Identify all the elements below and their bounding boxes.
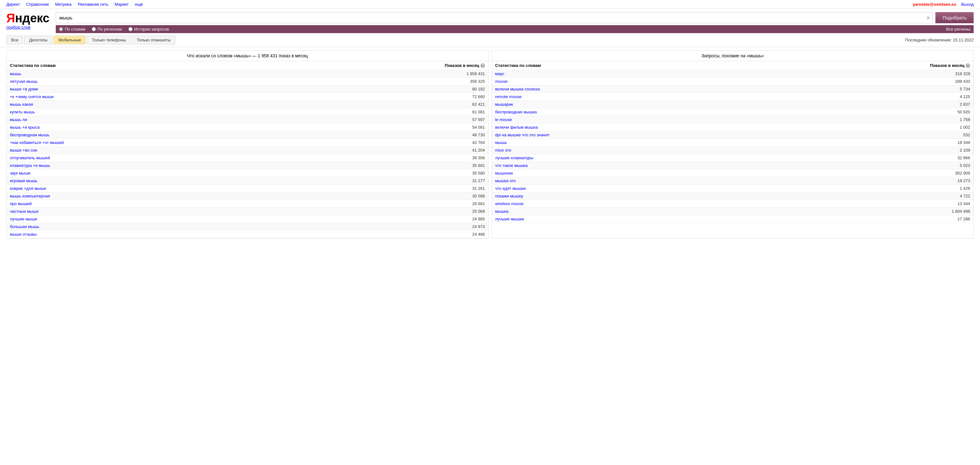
filter-history-radio[interactable] (128, 27, 132, 31)
filter-by-words[interactable]: По словам (59, 27, 85, 32)
tab-mobile[interactable]: Мобильные (54, 36, 86, 44)
tab-tablets[interactable]: Только планшеты (132, 36, 175, 44)
word-link[interactable]: +как избавиться +от мышей (10, 140, 64, 145)
table-row: +к +чему снятся мыши72 680 (7, 93, 488, 101)
word-link[interactable]: лучшие клавиатуры (495, 156, 533, 160)
tab-all[interactable]: Все (6, 36, 23, 44)
tab-phones[interactable]: Только телефоны (87, 36, 130, 44)
word-link[interactable]: мыша (495, 140, 507, 145)
count-value: 42 764 (472, 140, 485, 145)
word-link[interactable]: mouse (495, 79, 508, 84)
word-link[interactable]: летучая мышь (10, 79, 38, 84)
left-panel-title: Что искали со словом «мышь» — 1 958 431 … (7, 51, 488, 61)
logout-link[interactable]: Выход (961, 2, 974, 7)
word-link[interactable]: мыши +в доме (10, 87, 38, 91)
nav-more[interactable]: ещё (135, 2, 143, 7)
table-row: что едят мышки1 426 (492, 185, 973, 192)
word-link[interactable]: покажи мышку (495, 194, 523, 198)
word-link[interactable]: беспроводная мышка (495, 110, 537, 114)
filter-regions-radio[interactable] (92, 27, 96, 31)
count-value: 358 325 (470, 79, 485, 84)
word-link[interactable]: большая мышь (10, 224, 40, 229)
count-value: 61 081 (472, 110, 485, 114)
word-link[interactable]: мышарик (495, 102, 513, 107)
help-icon-left[interactable]: ? (480, 63, 485, 68)
word-link[interactable]: маус (495, 71, 504, 76)
word-link[interactable]: беспроводная мышь (10, 132, 49, 137)
word-link[interactable]: мышка (495, 209, 509, 214)
word-link[interactable]: лучшие мышки (495, 217, 524, 221)
table-row: звук мыши35 580 (7, 170, 488, 177)
search-input[interactable] (56, 12, 933, 23)
nav-market[interactable]: Маркет (115, 2, 129, 7)
word-link[interactable]: купить мышь (10, 110, 35, 114)
table-row: мышарик2 837 (492, 101, 973, 108)
table-row: купить мышь61 081 (7, 108, 488, 116)
count-value: 39 306 (472, 156, 485, 160)
nav-metrika[interactable]: Метрика (55, 2, 72, 7)
count-value: 1 426 (959, 186, 970, 191)
word-link[interactable]: le mouse (495, 117, 512, 122)
tab-desktop[interactable]: Десктопы (24, 36, 52, 44)
word-link[interactable]: лучшие мыши (10, 217, 37, 221)
search-button[interactable]: Подобрать (935, 12, 974, 23)
table-row: лучшие мышки17 286 (492, 215, 973, 223)
word-link[interactable]: включи фильм мышка (495, 125, 538, 130)
count-value: 318 328 (955, 71, 970, 76)
filter-words-radio[interactable] (59, 27, 63, 31)
word-link[interactable]: отпугиватель мышей (10, 156, 50, 160)
count-value: 31 261 (472, 186, 485, 191)
last-update: Последнее обновление: 15.11.2022 (905, 38, 974, 42)
word-link[interactable]: remote mouse (495, 94, 522, 99)
nav-reklama[interactable]: Рекламная сеть (78, 2, 108, 7)
tabs-row: Все Десктопы Мобильные Только телефоны Т… (0, 33, 980, 47)
table-row: покажи мышку4 722 (492, 192, 973, 200)
help-icon-right[interactable]: ? (966, 63, 970, 68)
word-link[interactable]: мышь какая (10, 102, 33, 107)
word-link[interactable]: что едят мышки (495, 186, 526, 191)
word-link[interactable]: звук мыши (10, 171, 30, 176)
table-row: беспроводная мышка50 920 (492, 108, 973, 116)
table-row: +как избавиться +от мышей42 764 (7, 139, 488, 146)
count-value: 4 722 (959, 194, 970, 198)
count-value: 25 069 (472, 209, 485, 214)
right-data-rows: маус318 328mouse289 433включи мышка соси… (492, 70, 973, 223)
filter-by-regions[interactable]: По регионам (92, 27, 122, 32)
logo-ya: Я (6, 11, 15, 25)
region-selector[interactable]: Все регионы (946, 27, 970, 32)
word-link[interactable]: мыши +во сне (10, 148, 37, 152)
count-value: 13 344 (958, 201, 970, 206)
word-link[interactable]: мыши отзывы (10, 232, 37, 236)
table-row: клавиатура +и мышь35 681 (7, 162, 488, 170)
word-link[interactable]: мышонок (495, 171, 513, 176)
filter-regions-label: По регионам (97, 27, 122, 32)
filter-by-history[interactable]: История запросов (128, 27, 169, 32)
word-link[interactable]: dpi на мышке что это значит (495, 132, 550, 137)
logo-ndex: ндекс (15, 11, 49, 25)
word-link[interactable]: мышка это (495, 178, 516, 183)
word-link[interactable]: клавиатура +и мышь (10, 163, 50, 168)
word-link[interactable]: мышь +и крыса (10, 125, 40, 130)
word-link[interactable]: мышь (10, 71, 21, 76)
word-link[interactable]: про мышей (10, 201, 32, 206)
email-rest: aroslav@osintsev.su (915, 2, 956, 7)
word-link[interactable]: +к +чему снятся мыши (10, 94, 54, 99)
nav-direct[interactable]: Директ (6, 2, 20, 7)
word-link[interactable]: частные мыши (10, 209, 38, 214)
word-link[interactable]: wireless mouse (495, 201, 524, 206)
table-row: лучшие клавиатуры32 966 (492, 154, 973, 162)
word-link[interactable]: что такое мышка (495, 163, 528, 168)
table-row: частные мыши25 069 (7, 208, 488, 215)
word-link[interactable]: игровая мышь (10, 178, 38, 183)
word-link[interactable]: мышь компьютерная (10, 194, 50, 198)
clear-icon[interactable]: ✕ (926, 15, 930, 21)
podbor-slov-link[interactable]: подбор слов (6, 25, 30, 30)
word-link[interactable]: коврик +для мыши (10, 186, 46, 191)
count-value: 41 204 (472, 148, 485, 152)
word-link[interactable]: мышь ли (10, 117, 27, 122)
nav-links: Директ Справочник Метрика Рекламная сеть… (6, 2, 148, 7)
word-link[interactable]: mice это (495, 148, 511, 152)
user-area: yaroslav@osintsev.su Выход (913, 2, 974, 7)
nav-spravochnik[interactable]: Справочник (26, 2, 49, 7)
word-link[interactable]: включи мышка сосиска (495, 87, 540, 91)
